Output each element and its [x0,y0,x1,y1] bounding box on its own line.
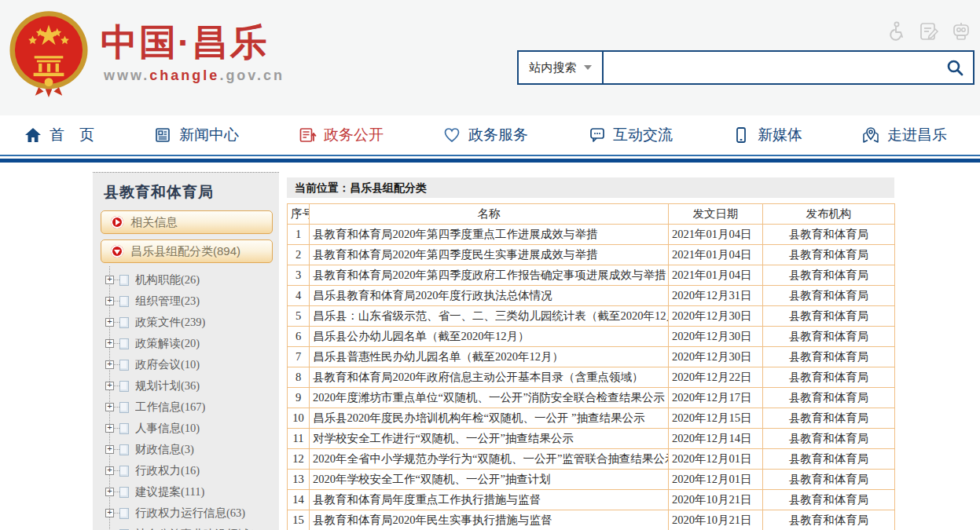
doc-title-link[interactable]: 2020年全省中小学规范办学行为“双随机、一公开”监管联合抽查结果公示 [310,449,669,470]
tree-item[interactable]: 人事信息(10) [105,418,279,439]
table-row[interactable]: 12 2020年全省中小学规范办学行为“双随机、一公开”监管联合抽查结果公示 2… [288,449,895,470]
table-row[interactable]: 13 2020年学校安全工作“双随机、一公开”抽查计划 2020年12月01日 … [288,470,895,490]
category-group-button[interactable]: 昌乐县组配分类(894) [101,239,273,263]
nav-item-new-media[interactable]: 新媒体 [732,125,802,145]
chat-bubbles-icon [587,126,606,144]
tree-item[interactable]: 行政权力运行信息(63) [105,503,279,524]
expand-plus-icon[interactable] [105,297,114,305]
table-row[interactable]: 15 县教育和体育局2020年民生实事执行措施与监督 2020年10月21日 县… [288,510,895,530]
doc-title-link[interactable]: 昌乐县公办幼儿园名单（截至2020年12月） [310,327,669,347]
robot-assistant-icon[interactable] [950,20,972,42]
related-info-button[interactable]: 相关信息 [101,210,273,234]
sidebar-title: 县教育和体育局 [93,173,279,210]
tree-item-label: 工作信息(167) [135,400,205,415]
row-number: 3 [288,265,310,286]
search-button[interactable] [937,52,973,83]
doc-org: 县教育和体育局 [763,490,895,510]
table-row[interactable]: 6 昌乐县公办幼儿园名单（截至2020年12月） 2020年12月30日 县教育… [288,327,895,347]
table-row[interactable]: 8 县教育和体育局2020年政府信息主动公开基本目录（含重点领域） 2020年1… [288,367,895,388]
nav-item-news-center[interactable]: 新闻中心 [153,125,239,145]
expand-plus-icon[interactable] [105,360,114,369]
document-icon [119,508,129,519]
table-row[interactable]: 14 县教育和体育局年度重点工作执行措施与监督 2020年10月21日 县教育和… [288,490,895,510]
doc-title-link[interactable]: 2020年度潍坊市重点单位“双随机、一公开”消防安全联合检查结果公示 [310,388,669,408]
expand-plus-icon[interactable] [105,466,114,475]
document-icon [119,338,129,349]
expand-plus-icon[interactable] [105,382,114,390]
doc-title-link[interactable]: 县教育和体育局年度重点工作执行措施与监督 [310,490,669,510]
row-number: 5 [288,306,310,327]
doc-title-link[interactable]: 昌乐县：山东省级示范、省一、二、三类幼儿园统计表（截至2020年12月） [310,306,669,327]
sidebar: 县教育和体育局 相关信息 昌乐县组配分类(894) 机构职能(26) [93,172,279,530]
tree-item[interactable]: 政府会议(10) [105,354,279,375]
doc-title-link[interactable]: 县教育和体育局2020年第四季度政府工作报告确定事项进展成效与举措 [310,265,669,286]
arrow-down-circle-icon [111,245,123,258]
col-header-org: 发布机构 [763,204,895,225]
expand-plus-icon[interactable] [105,318,114,327]
expand-plus-icon[interactable] [105,339,114,348]
search-scope-dropdown[interactable]: 站内搜索 [519,52,604,83]
table-row[interactable]: 5 昌乐县：山东省级示范、省一、二、三类幼儿园统计表（截至2020年12月） 2… [288,306,895,327]
tree-item[interactable]: 政策解读(20) [105,333,279,354]
nav-item-home[interactable]: 首 页 [24,125,94,145]
doc-title-link[interactable]: 县教育和体育局2020年政府信息主动公开基本目录（含重点领域） [310,367,669,388]
tree-item[interactable]: 行政权力(16) [105,460,279,481]
table-row[interactable]: 4 昌乐县教育和体育局2020年度行政执法总体情况 2020年12月31日 县教… [288,286,895,306]
tree-item[interactable]: 组织管理(23) [105,291,279,312]
expand-plus-icon[interactable] [105,424,114,433]
tree-item[interactable]: 机构职能(26) [105,269,279,291]
nav-item-visit-changle[interactable]: 走进昌乐 [861,125,947,145]
tree-item[interactable]: 规划计划(36) [105,375,279,397]
doc-org: 县教育和体育局 [763,347,895,367]
doc-title-link[interactable]: 昌乐县教育和体育局2020年度行政执法总体情况 [310,286,669,306]
accessibility-icon[interactable] [886,20,908,42]
expand-plus-icon[interactable] [105,509,114,517]
search-input[interactable] [604,52,937,83]
nav-item-interaction[interactable]: 互动交流 [587,125,673,145]
tree-item[interactable]: 财政信息(3) [105,439,279,460]
table-row[interactable]: 11 对学校安全工作进行“双随机、一公开”抽查结果公示 2020年12月14日 … [288,429,895,449]
doc-title-link[interactable]: 对学校安全工作进行“双随机、一公开”抽查结果公示 [310,429,669,449]
table-row[interactable]: 1 县教育和体育局2020年第四季度重点工作进展成效与举措 2021年01月04… [288,225,895,245]
doc-title-link[interactable]: 昌乐县2020年度民办培训机构年检“双随机、一公开 ”抽查结果公示 [310,408,669,429]
doc-date: 2020年12月30日 [669,327,763,347]
document-icon [119,360,129,371]
nav-item-gov-services[interactable]: 政务服务 [442,125,528,145]
doc-title-link[interactable]: 县教育和体育局2020年第四季度重点工作进展成效与举措 [310,225,669,245]
table-row[interactable]: 10 昌乐县2020年度民办培训机构年检“双随机、一公开 ”抽查结果公示 202… [288,408,895,429]
doc-org: 县教育和体育局 [763,245,895,265]
doc-title-link[interactable]: 昌乐县普惠性民办幼儿园名单（截至2020年12月） [310,347,669,367]
table-row[interactable]: 9 2020年度潍坊市重点单位“双随机、一公开”消防安全联合检查结果公示 202… [288,388,895,408]
tree-item-label: 组织管理(23) [135,294,200,309]
doc-title-link[interactable]: 2020年学校安全工作“双随机、一公开”抽查计划 [310,470,669,490]
expand-plus-icon[interactable] [105,403,114,411]
document-icon [119,381,129,392]
tree-connector [114,428,119,429]
nav-label: 首 页 [50,125,94,145]
tree-item-label: 政策文件(239) [135,315,205,330]
doc-title-link[interactable]: 县教育和体育局2020年民生实事执行措施与监督 [310,510,669,530]
table-row[interactable]: 7 昌乐县普惠性民办幼儿园名单（截至2020年12月） 2020年12月30日 … [288,347,895,367]
doc-date: 2020年12月31日 [669,286,763,306]
document-icon [119,466,129,477]
expand-plus-icon[interactable] [105,276,114,284]
doc-date: 2020年12月15日 [669,408,763,429]
doc-title-link[interactable]: 县教育和体育局2020年第四季度民生实事进展成效与举措 [310,245,669,265]
table-row[interactable]: 2 县教育和体育局2020年第四季度民生实事进展成效与举措 2021年01月04… [288,245,895,265]
tree-item[interactable]: 社会公益事业建设领域(168 [105,524,279,530]
tree-item[interactable]: 政策文件(239) [105,312,279,333]
doc-date: 2020年12月01日 [669,449,763,470]
nav-item-gov-open[interactable]: 政务公开 [298,125,384,145]
expand-plus-icon[interactable] [105,488,114,496]
table-row[interactable]: 3 县教育和体育局2020年第四季度政府工作报告确定事项进展成效与举措 2021… [288,265,895,286]
edit-note-icon[interactable] [918,20,940,42]
tree-item[interactable]: 建议提案(111) [105,481,279,503]
tree-item[interactable]: 工作信息(167) [105,397,279,418]
nav-label: 新媒体 [758,125,802,145]
home-icon [24,126,42,144]
tree-connector [114,364,119,365]
tree-item-label: 人事信息(10) [135,421,200,436]
expand-plus-icon[interactable] [105,445,114,454]
category-tree: 机构职能(26) 组织管理(23) 政策文件(239) [93,269,279,530]
url-domain: changle [149,68,219,83]
